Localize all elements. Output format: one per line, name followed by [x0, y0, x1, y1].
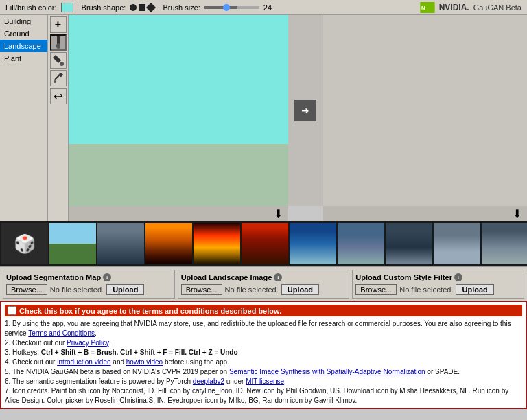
- gallery-item-4[interactable]: [194, 223, 240, 264]
- nvidia-logo-icon: N: [420, 2, 435, 13]
- label-sidebar: Building Ground Landscape Plant: [0, 15, 48, 221]
- terms-para7: 7. Icon credits. Paint brush icon by Noc…: [5, 387, 508, 404]
- color-swatch[interactable]: [61, 3, 73, 12]
- upload-style-title: Upload Custom Style Filter i: [355, 273, 521, 281]
- output-download-icon[interactable]: ⬇: [513, 207, 522, 220]
- upload-style-info-icon[interactable]: i: [454, 273, 462, 281]
- gallery-strip: 🎲: [0, 221, 527, 266]
- brush-size-value: 24: [264, 3, 272, 12]
- fill-button[interactable]: [50, 52, 67, 69]
- terms-checkbox[interactable]: [8, 306, 16, 315]
- circle-brush-icon[interactable]: [130, 4, 137, 11]
- gallery-item-5[interactable]: [242, 223, 288, 264]
- svg-marker-4: [53, 55, 61, 63]
- landscape-no-file-label: No file selected.: [225, 285, 279, 294]
- browse-landscape-button[interactable]: Browse...: [181, 284, 222, 295]
- gallery-item-6[interactable]: [290, 223, 336, 264]
- svg-point-3: [56, 43, 60, 49]
- zoom-in-button[interactable]: +: [50, 16, 67, 33]
- seg-canvas-lower[interactable]: [69, 144, 288, 206]
- upload-style-controls: Browse... No file selected. Upload: [355, 284, 521, 295]
- undo-button[interactable]: ↩: [50, 88, 67, 104]
- gallery-item-9[interactable]: [434, 223, 480, 264]
- upload-landscape-button[interactable]: Upload: [281, 284, 319, 295]
- random-gallery-item[interactable]: 🎲: [1, 223, 48, 264]
- gallery-item-10[interactable]: [482, 223, 527, 264]
- upload-landscape-controls: Browse... No file selected. Upload: [181, 284, 347, 295]
- browse-style-button[interactable]: Browse...: [355, 284, 397, 295]
- upload-landscape-title-text: Upload Landscape Image: [181, 273, 272, 281]
- brush-size-section: Brush size: 24: [163, 3, 272, 12]
- terms-conditions-link[interactable]: Terms and Conditions: [28, 329, 95, 337]
- terms-para2: 2. Checkout out our Privacy Policy.: [5, 339, 110, 347]
- upload-seg-info-icon[interactable]: i: [103, 273, 111, 281]
- upload-style-title-text: Upload Custom Style Filter: [355, 273, 452, 281]
- gallery-item-7[interactable]: [338, 223, 384, 264]
- svg-point-5: [60, 62, 64, 66]
- howto-video-link[interactable]: howto video: [126, 358, 163, 366]
- square-brush-icon[interactable]: [139, 4, 145, 11]
- brush-shape-section: Brush shape:: [82, 3, 155, 12]
- brush-shape-label: Brush shape:: [82, 3, 126, 12]
- terms-checkbox-label: Check this box if you agree to the terms…: [19, 307, 281, 315]
- diamond-brush-icon[interactable]: [146, 2, 156, 12]
- output-panel: ⬇: [323, 15, 527, 221]
- upload-section: Upload Segmentation Map i Browse... No f…: [0, 266, 527, 301]
- upload-segmentation-title: Upload Segmentation Map i: [6, 273, 172, 281]
- privacy-policy-link[interactable]: Privacy Policy: [67, 339, 109, 347]
- app-container: Fill/brush color: Brush shape: Brush siz…: [0, 0, 527, 420]
- gallery-item-3[interactable]: [145, 223, 192, 264]
- browse-seg-button[interactable]: Browse...: [6, 284, 47, 295]
- style-no-file-label: No file selected.: [399, 285, 453, 294]
- mit-link[interactable]: MIT licsense: [246, 377, 284, 385]
- upload-landscape-col: Upload Landscape Image i Browse... No fi…: [178, 270, 350, 299]
- run-button[interactable]: ➜: [294, 100, 316, 121]
- terms-text: 1. By using the app, you are agreeing th…: [5, 319, 522, 406]
- terms-para6: 6. The semantic segmentation feature is …: [5, 377, 286, 385]
- brush-size-slider[interactable]: [204, 6, 259, 9]
- brush-button[interactable]: [50, 34, 67, 51]
- eyedropper-icon: [54, 73, 63, 84]
- content-middle: Building Ground Landscape Plant +: [0, 15, 527, 221]
- upload-style-col: Upload Custom Style Filter i Browse... N…: [352, 270, 524, 299]
- fill-icon: [53, 55, 64, 66]
- top-toolbar: Fill/brush color: Brush shape: Brush siz…: [0, 0, 527, 15]
- terms-para3: 3. Hotkeys. Ctrl + Shift + B = Brush. Ct…: [5, 349, 238, 356]
- upload-landscape-title: Upload Landscape Image i: [181, 273, 347, 281]
- gallery-item-1[interactable]: [49, 223, 96, 264]
- seg-canvas-area: [69, 15, 288, 206]
- brush-shape-icons: [130, 4, 154, 11]
- label-plant[interactable]: Plant: [0, 52, 47, 65]
- tool-sidebar: + ↩: [48, 15, 69, 221]
- app-title: GauGAN Beta: [473, 3, 522, 12]
- paper-link[interactable]: Semantic Image Synthesis with Spatially-…: [229, 368, 425, 375]
- dice-icon: 🎲: [14, 233, 36, 255]
- svg-rect-8: [58, 73, 63, 78]
- nvidia-brand-text: NVIDIA.: [439, 3, 469, 12]
- output-canvas: [323, 15, 527, 206]
- svg-text:N: N: [421, 5, 425, 11]
- upload-seg-button[interactable]: Upload: [106, 284, 144, 295]
- label-building[interactable]: Building: [0, 15, 47, 27]
- terms-para1: 1. By using the app, you are agreeing th…: [5, 320, 511, 337]
- intro-video-link[interactable]: introduction video: [57, 358, 110, 366]
- upload-landscape-info-icon[interactable]: i: [274, 273, 282, 281]
- label-ground[interactable]: Ground: [0, 27, 47, 40]
- seg-no-file-label: No file selected.: [50, 285, 104, 294]
- upload-segmentation-col: Upload Segmentation Map i Browse... No f…: [3, 270, 175, 299]
- brush-icon: [54, 36, 63, 49]
- terms-section: Check this box if you agree to the terms…: [0, 301, 527, 409]
- seg-canvas-upper[interactable]: [69, 15, 288, 144]
- arrow-column: ➜: [288, 15, 323, 221]
- upload-seg-controls: Browse... No file selected. Upload: [6, 284, 172, 295]
- gallery-item-2[interactable]: [97, 223, 144, 264]
- hotkeys-text: Ctrl + Shift + B = Brush. Ctrl + Shift +…: [41, 349, 238, 356]
- gallery-item-8[interactable]: [386, 223, 432, 264]
- fill-brush-section: Fill/brush color:: [5, 3, 73, 12]
- seg-download-icon[interactable]: ⬇: [274, 207, 283, 220]
- deeplab-link[interactable]: deeplabv2: [193, 377, 224, 385]
- upload-style-button[interactable]: Upload: [456, 284, 493, 295]
- fill-brush-label: Fill/brush color:: [5, 3, 57, 12]
- label-landscape[interactable]: Landscape: [0, 40, 47, 52]
- eyedropper-button[interactable]: [50, 70, 67, 86]
